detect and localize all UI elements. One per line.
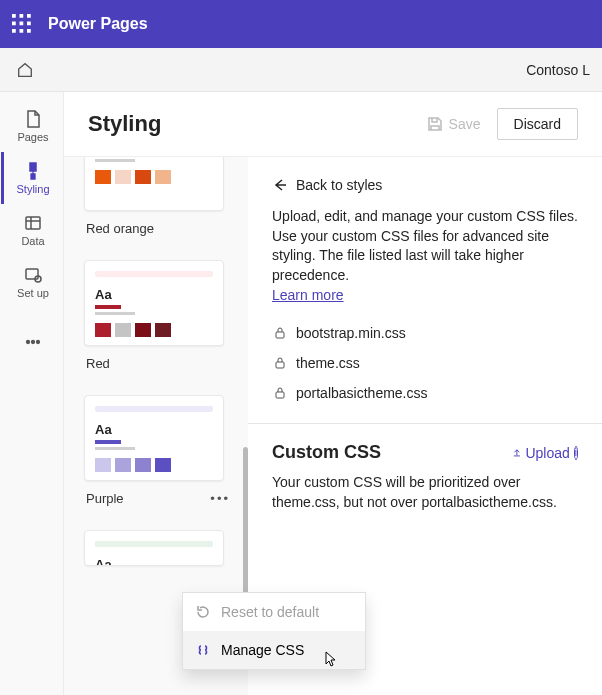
custom-css-header: Custom CSS Upload i — [272, 442, 578, 463]
theme-card-green-partial[interactable]: Aa — [84, 530, 224, 566]
learn-more-link[interactable]: Learn more — [272, 287, 344, 303]
theme-more-icon[interactable]: ••• — [210, 491, 230, 506]
lock-icon — [272, 385, 288, 401]
nav-label: Pages — [17, 131, 48, 143]
theme-sample-text: Aa — [95, 557, 213, 566]
discard-label: Discard — [514, 116, 561, 132]
lock-icon — [272, 325, 288, 341]
product-name: Power Pages — [48, 15, 148, 33]
back-to-styles-link[interactable]: Back to styles — [272, 177, 382, 193]
svg-point-13 — [27, 341, 30, 344]
css-file-name: bootstrap.min.css — [296, 325, 406, 341]
swatch — [155, 170, 171, 184]
detail-description: Upload, edit, and manage your custom CSS… — [272, 207, 578, 285]
app-bar: Power Pages — [0, 0, 602, 48]
nav-item-data[interactable]: Data — [1, 204, 63, 256]
svg-point-14 — [32, 341, 35, 344]
back-label: Back to styles — [296, 177, 382, 193]
svg-rect-18 — [276, 392, 284, 398]
svg-rect-8 — [27, 29, 31, 33]
ctx-reset-label: Reset to default — [221, 604, 319, 620]
svg-rect-6 — [12, 29, 16, 33]
custom-css-description: Your custom CSS will be prioritized over… — [272, 473, 578, 512]
swatch — [115, 458, 131, 472]
swatch — [115, 170, 131, 184]
css-file-name: theme.css — [296, 355, 360, 371]
info-icon[interactable]: i — [574, 446, 578, 460]
nav-item-more[interactable] — [1, 316, 63, 368]
swatch — [135, 458, 151, 472]
swatch — [95, 170, 111, 184]
nav-item-styling[interactable]: Styling — [1, 152, 63, 204]
ctx-reset-to-default[interactable]: Reset to default — [183, 593, 365, 631]
swatch — [135, 323, 151, 337]
svg-rect-10 — [26, 217, 40, 229]
nav-label: Set up — [17, 287, 49, 299]
tenant-name: Contoso L — [526, 62, 590, 78]
ctx-manage-css[interactable]: Manage CSS — [183, 631, 365, 669]
svg-rect-2 — [27, 14, 31, 18]
swatch — [155, 458, 171, 472]
ctx-manage-label: Manage CSS — [221, 642, 304, 658]
svg-rect-0 — [12, 14, 16, 18]
svg-rect-4 — [20, 22, 24, 26]
svg-rect-3 — [12, 22, 16, 26]
css-file-row[interactable]: portalbasictheme.css — [272, 385, 578, 401]
section-divider — [248, 423, 602, 424]
nav-item-setup[interactable]: Set up — [1, 256, 63, 308]
home-icon[interactable] — [16, 61, 34, 79]
svg-rect-16 — [276, 332, 284, 338]
svg-rect-9 — [30, 163, 36, 171]
svg-point-15 — [37, 341, 40, 344]
app-launcher-icon[interactable] — [12, 14, 32, 34]
nav-item-pages[interactable]: Pages — [1, 100, 63, 152]
nav-label: Styling — [16, 183, 49, 195]
custom-css-heading: Custom CSS — [272, 442, 512, 463]
page-title: Styling — [88, 111, 411, 137]
svg-rect-7 — [20, 29, 24, 33]
theme-card-purple[interactable]: Aa — [84, 395, 224, 481]
swatch — [95, 323, 111, 337]
upload-link[interactable]: Upload i — [512, 445, 578, 461]
lock-icon — [272, 355, 288, 371]
command-bar: Contoso L — [0, 48, 602, 92]
discard-button[interactable]: Discard — [497, 108, 578, 140]
css-file-name: portalbasictheme.css — [296, 385, 428, 401]
svg-rect-1 — [20, 14, 24, 18]
theme-sample-text: Aa — [95, 287, 213, 302]
swatch — [95, 458, 111, 472]
left-nav: Pages Styling Data Set up — [0, 92, 64, 695]
theme-sample-text: Aa — [95, 422, 213, 437]
save-label: Save — [449, 116, 481, 132]
theme-label-red: Red — [86, 356, 248, 371]
swatch — [155, 323, 171, 337]
swatch — [135, 170, 151, 184]
svg-rect-17 — [276, 362, 284, 368]
css-file-list: bootstrap.min.csstheme.cssportalbasicthe… — [272, 325, 578, 401]
save-button[interactable]: Save — [411, 108, 497, 140]
css-file-row[interactable]: bootstrap.min.css — [272, 325, 578, 341]
theme-label-red-orange: Red orange — [86, 221, 248, 236]
upload-label: Upload — [525, 445, 569, 461]
swatch — [115, 323, 131, 337]
nav-label: Data — [21, 235, 44, 247]
theme-card-red-orange[interactable] — [84, 157, 224, 211]
theme-card-red[interactable]: Aa — [84, 260, 224, 346]
svg-rect-5 — [27, 22, 31, 26]
content-header: Styling Save Discard — [64, 92, 602, 157]
theme-label-purple: Purple••• — [86, 491, 248, 506]
theme-context-menu: Reset to default Manage CSS — [182, 592, 366, 670]
css-file-row[interactable]: theme.css — [272, 355, 578, 371]
